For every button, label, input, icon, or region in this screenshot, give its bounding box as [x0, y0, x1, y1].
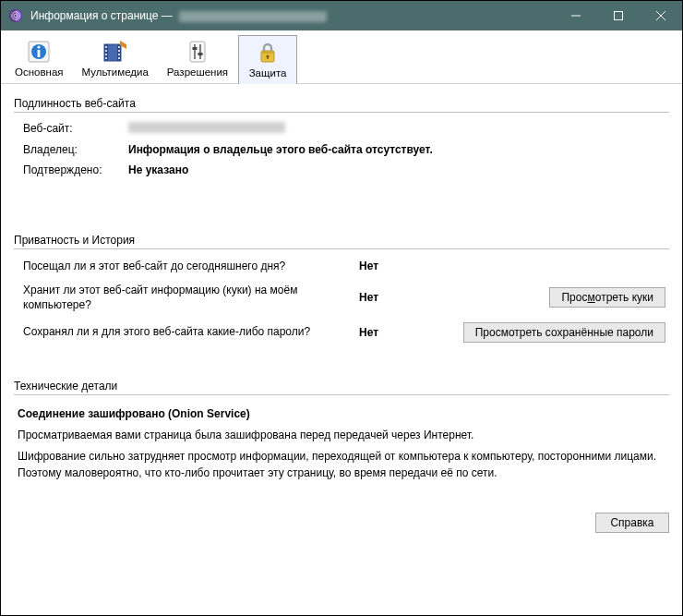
media-icon: [102, 39, 128, 65]
svg-rect-21: [118, 57, 120, 59]
view-cookies-button[interactable]: Просмотреть куки: [549, 287, 665, 308]
authenticity-heading: Подлинность веб-сайта: [14, 97, 669, 110]
maximize-button[interactable]: [597, 1, 640, 30]
close-button[interactable]: [640, 1, 682, 30]
svg-rect-17: [105, 57, 107, 59]
svg-rect-22: [190, 42, 205, 62]
svg-rect-14: [105, 46, 107, 48]
privacy-heading: Приватность и История: [14, 234, 669, 247]
app-icon: [8, 8, 23, 23]
visited-question: Посещал ли я этот веб-сайт до сегодняшне…: [18, 259, 359, 273]
privacy-row-visited: Посещал ли я этот веб-сайт до сегодняшне…: [18, 259, 665, 273]
privacy-row-passwords: Сохранял ли я для этого веб-сайта какие-…: [18, 322, 665, 343]
tab-general[interactable]: Основная: [6, 34, 72, 83]
owner-value: Информация о владельце этого веб-сайта о…: [128, 143, 665, 156]
svg-rect-4: [615, 12, 623, 20]
technical-group: Технические детали Соединение зашифрован…: [14, 380, 669, 499]
view-saved-passwords-button[interactable]: Просмотреть сохранённые пароли: [463, 322, 665, 343]
window-controls: [555, 1, 682, 30]
website-label: Веб-сайт:: [18, 122, 128, 136]
minimize-button[interactable]: [555, 1, 597, 30]
svg-rect-19: [118, 50, 120, 52]
verified-value: Не указано: [128, 163, 665, 176]
website-value-redacted: [128, 122, 285, 133]
content-area: Подлинность веб-сайта Веб-сайт: Владелец…: [1, 84, 682, 507]
svg-rect-26: [198, 53, 202, 55]
tab-permissions[interactable]: Разрешения: [159, 34, 236, 83]
owner-label: Владелец:: [18, 143, 128, 156]
tab-label: Защита: [249, 67, 287, 79]
svg-rect-25: [192, 47, 197, 50]
verified-label: Подтверждено:: [18, 163, 128, 176]
website-value: [128, 122, 665, 136]
privacy-row-cookies: Хранит ли этот веб-сайт информацию (куки…: [18, 283, 665, 312]
svg-rect-28: [261, 51, 274, 54]
title-bar: Информация о странице —: [1, 1, 682, 30]
svg-rect-9: [38, 50, 41, 57]
tab-security[interactable]: Защита: [238, 35, 297, 84]
technical-heading: Технические детали: [14, 380, 669, 393]
visited-answer: Нет: [359, 260, 433, 272]
cookies-question: Хранит ли этот веб-сайт информацию (куки…: [18, 283, 359, 312]
window-title-url-redacted: [179, 11, 327, 22]
svg-rect-16: [105, 54, 107, 55]
svg-rect-15: [105, 50, 107, 52]
technical-line1: Соединение зашифровано (Onion Service): [18, 406, 665, 422]
svg-rect-20: [118, 54, 120, 55]
tab-bar: Основная Мультимедиа Разрешения: [1, 30, 682, 84]
window-title: Информация о странице —: [30, 9, 327, 22]
help-button[interactable]: Справка: [595, 513, 669, 533]
svg-rect-18: [118, 46, 120, 48]
cookies-answer: Нет: [359, 291, 433, 304]
tab-label: Разрешения: [167, 66, 228, 78]
footer: Справка: [1, 507, 682, 542]
lock-icon: [255, 40, 281, 66]
sliders-icon: [185, 39, 210, 65]
tab-media[interactable]: Мультимедиа: [74, 34, 157, 83]
passwords-answer: Нет: [359, 326, 433, 339]
svg-rect-30: [267, 56, 269, 59]
technical-line3: Шифрование сильно затрудняет просмотр ин…: [18, 449, 665, 481]
privacy-group: Приватность и История Посещал ли я этот …: [14, 234, 669, 372]
tab-label: Мультимедиа: [82, 66, 149, 78]
tab-label: Основная: [15, 66, 64, 78]
svg-point-10: [38, 45, 41, 48]
authenticity-group: Подлинность веб-сайта Веб-сайт: Владелец…: [14, 97, 669, 226]
info-icon: [26, 39, 52, 65]
passwords-question: Сохранял ли я для этого веб-сайта какие-…: [18, 324, 359, 339]
technical-line2: Просматриваемая вами страница была зашиф…: [18, 428, 665, 443]
